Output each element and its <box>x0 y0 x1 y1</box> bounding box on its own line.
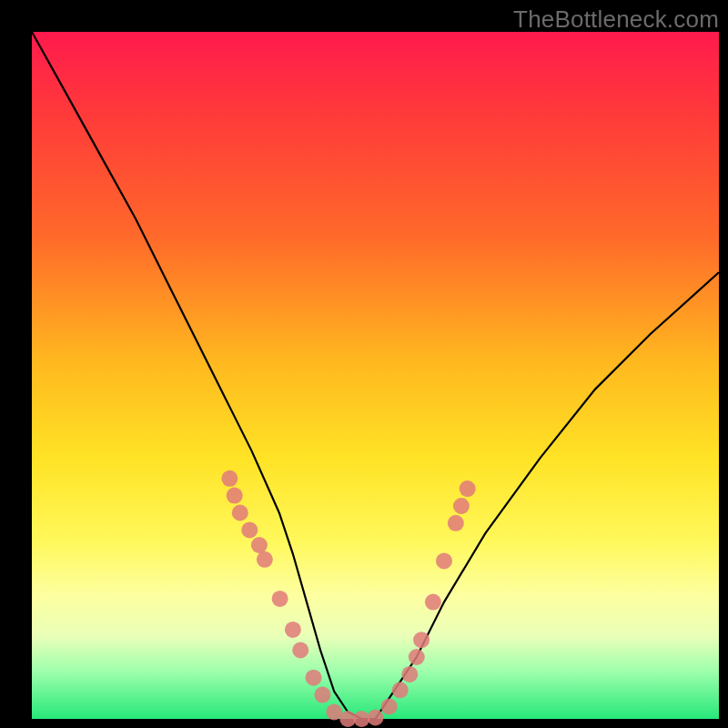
sample-point <box>381 698 398 714</box>
sample-point <box>436 552 452 569</box>
sample-point <box>409 649 425 665</box>
sample-point <box>401 666 418 682</box>
bottleneck-curve <box>32 32 719 719</box>
sample-point <box>257 551 273 568</box>
bottleneck-curve-svg <box>32 32 719 719</box>
sample-point <box>368 710 384 726</box>
chart-frame: TheBottleneck.com <box>0 0 728 728</box>
sample-point <box>314 687 330 703</box>
watermark-text: TheBottleneck.com <box>513 5 719 34</box>
plot-area <box>32 32 719 719</box>
sample-point <box>272 591 288 607</box>
sample-point <box>251 537 268 553</box>
sample-point <box>232 505 248 521</box>
sample-point <box>413 632 430 648</box>
sample-point <box>292 642 308 659</box>
sample-points <box>221 470 475 727</box>
sample-point <box>285 622 301 638</box>
sample-point <box>425 594 441 611</box>
sample-point <box>306 670 322 686</box>
sample-point <box>392 682 409 698</box>
sample-point <box>221 470 238 487</box>
sample-point <box>448 515 464 531</box>
sample-point <box>241 521 258 538</box>
sample-point <box>460 480 476 497</box>
sample-point <box>227 488 243 504</box>
sample-point <box>453 498 470 514</box>
